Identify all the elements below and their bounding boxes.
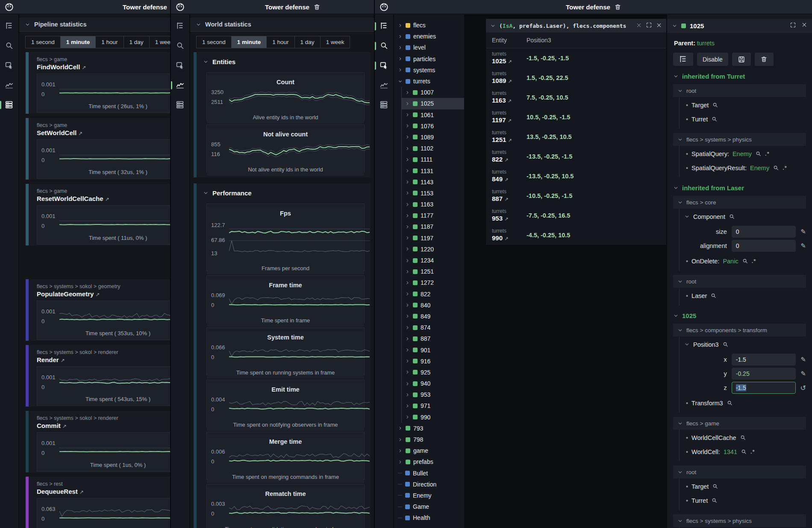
magnifier-icon[interactable] [740,434,746,441]
tree-item-game[interactable]: game [394,445,464,456]
trash-icon[interactable] [313,3,321,11]
tree-item-1187[interactable]: 1187 [401,221,464,232]
search-icon[interactable] [5,41,14,50]
inherit-section-title[interactable]: inherited from Turret [673,73,806,80]
chevron-right-icon[interactable] [405,135,410,139]
chevron-right-icon[interactable] [398,448,403,453]
tree-item-flecs[interactable]: flecs [394,20,464,31]
chevron-right-icon[interactable] [398,34,403,39]
system-name-link[interactable]: ResetWorldCellCache ↗ [37,195,170,202]
tree-item-990[interactable]: 990 [401,412,464,423]
magnifier-icon[interactable] [712,102,718,108]
scope-header[interactable]: flecs > systems > physics [673,133,806,146]
chevron-down-icon[interactable] [684,214,690,219]
pencil-icon[interactable]: ✎ [800,242,806,250]
open-link-icon[interactable]: ↗ [504,157,508,163]
parent-link[interactable]: turrets [697,40,715,47]
tree-item-particles[interactable]: particles [394,53,464,65]
chevron-right-icon[interactable] [405,348,410,352]
chevron-right-icon[interactable] [398,437,403,442]
chevron-right-icon[interactable] [405,101,410,106]
entity-link[interactable]: 990 ↗ [492,234,527,242]
entity-link[interactable]: 1251 ↗ [492,136,527,144]
chevron-right-icon[interactable] [405,359,410,363]
time-range-tab[interactable]: 1 hour [267,36,294,48]
scope-header[interactable]: flecs > core [673,196,806,209]
chevron-down-icon[interactable] [398,79,403,84]
scope-header[interactable]: flecs > components > transform [673,324,806,336]
time-range-tab[interactable]: 1 second [197,36,231,48]
tree-item-1153[interactable]: 1153 [401,188,464,199]
component-value-link[interactable]: Enemy [733,150,752,157]
tree-item-1089[interactable]: 1089 [401,132,464,143]
chart-icon[interactable] [176,80,185,90]
magnifier-icon[interactable] [711,116,718,122]
size-value-input[interactable]: 0 [732,226,796,238]
open-link-icon[interactable]: ↗ [96,292,100,298]
tree-item-822[interactable]: 822 [401,289,464,300]
disable-button[interactable]: Disable [697,53,728,66]
chevron-right-icon[interactable] [405,404,410,408]
search-icon[interactable] [176,41,185,50]
system-name-link[interactable]: Commit ↗ [37,422,170,429]
entity-link[interactable]: 849 ↗ [492,175,527,183]
chevron-right-icon[interactable] [405,303,410,307]
open-link-icon[interactable]: ↗ [105,196,109,202]
undo-icon[interactable]: ↺ [800,384,806,392]
chevron-right-icon[interactable] [405,325,410,330]
tree-item-1197[interactable]: 1197 [401,233,464,244]
open-link-icon[interactable]: ↗ [504,236,508,242]
tree-item-887[interactable]: 887 [401,333,464,344]
scope-header[interactable]: root [673,275,806,288]
tree-item-874[interactable]: 874 [401,322,464,333]
open-link-icon[interactable]: ↗ [61,357,65,363]
scope-header[interactable]: flecs > systems > physics [673,514,806,527]
z-value-input[interactable]: -1.5 [732,382,796,394]
tree-item-Health[interactable]: Health [394,512,464,523]
entity-link[interactable]: 953 ↗ [492,215,527,223]
time-range-tab[interactable]: 1 second [26,36,60,48]
chevron-right-icon[interactable] [398,460,403,464]
magnifier-icon[interactable] [741,448,747,455]
pencil-icon[interactable]: ✎ [800,370,806,378]
chevron-right-icon[interactable] [405,258,410,263]
chevron-right-icon[interactable] [398,56,403,61]
tree-item-Enemy[interactable]: Enemy [394,490,464,501]
chart-icon[interactable] [380,80,389,90]
component-value-link[interactable]: 1341 [724,448,737,455]
chevron-right-icon[interactable] [405,90,410,95]
time-range-tab[interactable]: 1 day [295,36,320,48]
scope-header[interactable]: root [673,466,806,478]
chevron-right-icon[interactable] [405,336,410,341]
pipeline-panel-header[interactable]: Pipeline statistics [19,18,170,32]
chevron-down-icon[interactable] [672,23,677,29]
inherit-section-title[interactable]: inherited from Laser [673,184,806,192]
tree-item-1025[interactable]: 1025 [401,98,464,109]
tree-item-1061[interactable]: 1061 [401,109,464,121]
entity-link[interactable]: 1089 ↗ [492,77,527,85]
entity-link[interactable]: 1163 ↗ [492,97,527,105]
open-link-icon[interactable]: ↗ [504,216,508,222]
open-link-icon[interactable]: ↗ [508,59,512,65]
chevron-right-icon[interactable] [398,45,403,50]
inspect-icon[interactable] [380,61,389,70]
tree-item-1131[interactable]: 1131 [401,165,464,176]
open-link-icon[interactable]: ↗ [508,138,512,143]
system-name-link[interactable]: SetWorldCell ↗ [37,129,170,136]
open-link-icon[interactable]: ↗ [508,98,512,104]
tree-item-1177[interactable]: 1177 [401,210,464,221]
tree-item-1111[interactable]: 1111 [401,154,464,165]
chevron-right-icon[interactable] [405,314,410,319]
tree-item-enemies[interactable]: enemies [394,31,464,42]
open-link-icon[interactable]: ↗ [504,197,508,202]
stats-icon[interactable] [380,100,389,109]
open-link-icon[interactable]: ↗ [508,118,512,124]
chevron-right-icon[interactable] [398,426,403,431]
tree-item-1076[interactable]: 1076 [401,121,464,132]
tree-item-Game[interactable]: Game [394,501,464,512]
stats-icon[interactable] [5,100,14,109]
open-link-icon[interactable]: ↗ [504,177,508,183]
tree-item-925[interactable]: 925 [401,367,464,378]
tree-item-prefabs[interactable]: prefabs [394,456,464,467]
chevron-right-icon[interactable] [398,23,403,28]
